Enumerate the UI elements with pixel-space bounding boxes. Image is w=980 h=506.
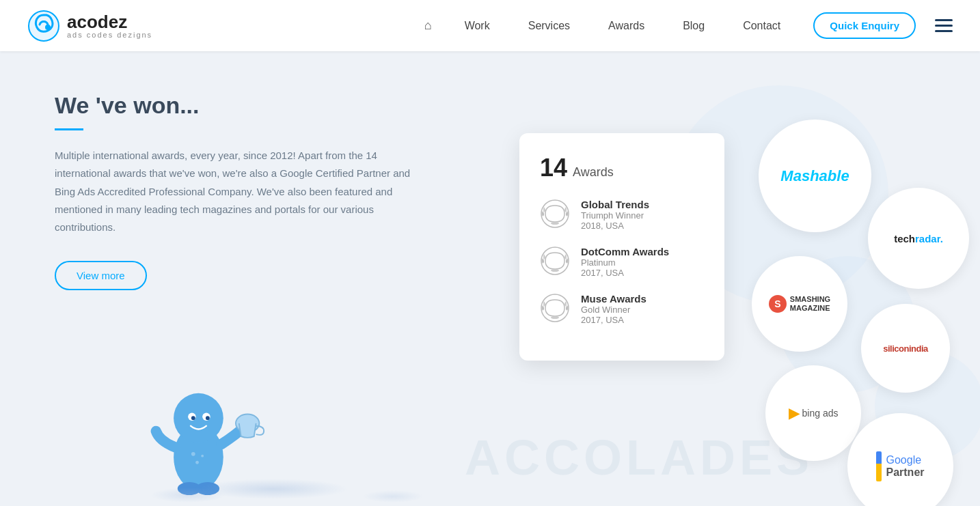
- partner-word: Partner: [886, 466, 924, 479]
- main-nav: ⌂ Work Services Awards Blog Contact Quic…: [424, 12, 953, 39]
- logo-tagline: ads codes dezigns: [67, 31, 152, 39]
- hamburger-menu[interactable]: [935, 19, 953, 32]
- award-name-0: Global Trends: [581, 199, 649, 210]
- award-name-2: Muse Awards: [581, 293, 646, 305]
- svg-point-7: [206, 416, 210, 420]
- nav-item-services[interactable]: Services: [509, 20, 589, 32]
- award-year-0: 2018, USA: [581, 221, 649, 231]
- nav-item-contact[interactable]: Contact: [724, 20, 800, 32]
- mascot-shadow-left: [150, 488, 226, 503]
- hamburger-line-2: [935, 25, 953, 27]
- bubble-googlepartner: Google Partner: [847, 413, 953, 506]
- svg-point-11: [191, 452, 195, 456]
- award-sub-2: Gold Winner: [581, 305, 646, 315]
- google-bar-icon: [876, 451, 882, 481]
- view-more-button[interactable]: View more: [55, 261, 147, 290]
- section-title: We 've won...: [55, 92, 417, 119]
- mashable-logo: Mashable: [780, 167, 849, 185]
- award-sub-0: Triumph Winner: [581, 210, 649, 221]
- logo-area[interactable]: acodez ads codes dezigns: [27, 10, 152, 42]
- nav-item-blog[interactable]: Blog: [664, 20, 724, 32]
- awards-count: 14: [540, 154, 567, 182]
- section-desc: Multiple international awards, every yea…: [55, 147, 417, 236]
- svg-point-19: [551, 316, 559, 319]
- bubble-mashable: Mashable: [759, 120, 871, 232]
- title-underline: [55, 128, 83, 130]
- bubble-siliconindia: siliconindia: [861, 304, 950, 393]
- svg-point-1: [45, 25, 51, 30]
- award-wreath-icon-2: [540, 293, 570, 323]
- awards-card: 14 Awards Global Trends Triumph Winner 2…: [519, 133, 724, 361]
- header: acodez ads codes dezigns ⌂ Work Services…: [0, 0, 980, 51]
- google-partner-logo: Google Partner: [876, 451, 924, 481]
- bubble-smashing: S SMASHINGMAGAZINE: [752, 256, 847, 352]
- mascot-illustration: [137, 346, 273, 496]
- smashing-s-icon: S: [769, 295, 787, 313]
- svg-point-6: [191, 416, 195, 420]
- award-details-1: DotComm Awards Platinum 2017, USA: [581, 246, 669, 278]
- smashing-text: SMASHINGMAGAZINE: [790, 295, 830, 313]
- hamburger-line-3: [935, 30, 953, 32]
- award-year-2: 2017, USA: [581, 315, 646, 325]
- logo-icon: [27, 10, 60, 42]
- left-content: We 've won... Multiple international awa…: [55, 92, 417, 290]
- logo-text-group: acodez ads codes dezigns: [67, 13, 152, 39]
- award-wreath-icon-1: [540, 246, 570, 276]
- svg-point-13: [201, 455, 204, 458]
- award-year-1: 2017, USA: [581, 268, 669, 278]
- award-item-1: DotComm Awards Platinum 2017, USA: [540, 246, 704, 278]
- media-bubbles: Mashable techradar. S SMASHINGMAGAZINE s…: [711, 120, 980, 506]
- svg-point-17: [551, 269, 559, 272]
- award-item-2: Muse Awards Gold Winner 2017, USA: [540, 293, 704, 325]
- svg-point-12: [195, 461, 199, 464]
- award-sub-1: Platinum: [581, 257, 669, 268]
- awards-count-row: 14 Awards: [540, 154, 704, 182]
- bubble-bingads: ▶ bing ads: [765, 365, 861, 461]
- award-name-1: DotComm Awards: [581, 246, 669, 257]
- nav-home-icon[interactable]: ⌂: [424, 18, 432, 33]
- google-partner-text: Google Partner: [886, 454, 924, 479]
- award-wreath-icon-0: [540, 199, 570, 229]
- mascot-shadow-right: [362, 490, 424, 503]
- bing-text: bing ads: [802, 408, 839, 419]
- svg-point-3: [174, 393, 223, 443]
- smashing-logo: S SMASHINGMAGAZINE: [769, 295, 830, 313]
- nav-item-work[interactable]: Work: [446, 20, 509, 32]
- main-content: We 've won... Multiple international awa…: [0, 51, 980, 506]
- svg-point-15: [551, 222, 559, 225]
- quick-enquiry-button[interactable]: Quick Enquiry: [813, 12, 916, 39]
- award-details-0: Global Trends Triumph Winner 2018, USA: [581, 199, 649, 231]
- hamburger-line-1: [935, 19, 953, 21]
- mascot-area: [137, 346, 273, 499]
- bingads-logo: ▶ bing ads: [789, 405, 839, 421]
- award-details-2: Muse Awards Gold Winner 2017, USA: [581, 293, 646, 325]
- logo-name: acodez: [67, 13, 152, 31]
- siliconindia-logo: siliconindia: [883, 343, 928, 354]
- bing-b-icon: ▶: [789, 405, 799, 421]
- award-item-0: Global Trends Triumph Winner 2018, USA: [540, 199, 704, 231]
- awards-label: Awards: [573, 165, 614, 180]
- google-word: Google: [886, 454, 924, 466]
- nav-item-awards[interactable]: Awards: [589, 20, 664, 32]
- techradar-logo: techradar.: [894, 233, 943, 244]
- bubble-techradar: techradar.: [868, 188, 969, 289]
